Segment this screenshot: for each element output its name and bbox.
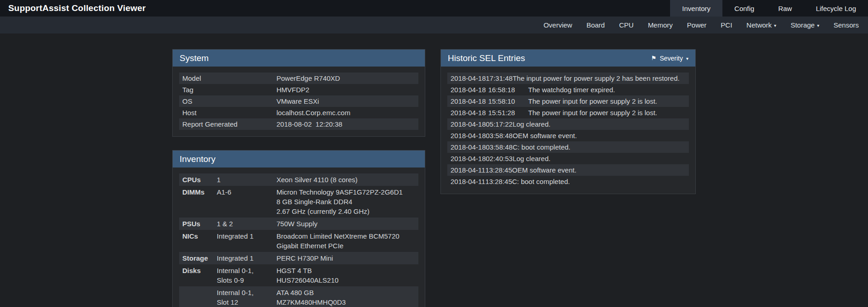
sel-entry-time: 05:17:22 [486, 119, 513, 129]
sel-entry: 2018-04-18 03:58:48 OEM software event. [447, 130, 689, 141]
sel-entry-critical: 2018-04-18 15:58:10 The power input for … [447, 95, 689, 107]
row-label: CPUs [182, 175, 217, 184]
subnav-sensors-label: Sensors [834, 21, 859, 29]
table-row: NICs Integrated 1 Broadcom Limited NetXt… [179, 230, 418, 252]
row-value: VMware ESXi [276, 96, 415, 106]
subnav-item-overview[interactable]: Overview [543, 21, 572, 29]
subnav-item-board[interactable]: Board [586, 21, 605, 29]
sel-list: 2018-04-18 17:31:48 The input power for … [441, 67, 695, 194]
tab-config[interactable]: Config [722, 0, 766, 17]
row-label: Model [182, 73, 276, 83]
right-column: Historic SEL Entries ⚑ Severity ▾ 2018-0… [440, 49, 696, 194]
subnav-item-network[interactable]: Network ▾ [746, 21, 776, 29]
row-label: Storage [182, 253, 217, 263]
sel-entry-critical: 2018-04-18 16:58:18 The watchdog timer e… [447, 84, 689, 95]
sel-entry-time: 13:28:45 [485, 165, 512, 175]
subnav-item-power[interactable]: Power [687, 21, 707, 29]
subnav-item-pci[interactable]: PCI [721, 21, 732, 29]
sel-entry-time: 02:40:53 [486, 154, 513, 163]
row-value: 2018-08-02 12:20:38 [276, 119, 415, 129]
subnav-power-label: Power [687, 21, 707, 29]
row-label: NICs [182, 231, 217, 251]
row-value: ATA 480 GB MZ7KM480HMHQ0D3 [276, 288, 415, 307]
sub-nav: Overview Board CPU Memory Power PCI Netw… [0, 17, 868, 33]
table-row: Model PowerEdge R740XD [179, 73, 418, 84]
sel-entry: 2018-04-18 17:31:48 The input power for … [447, 73, 689, 84]
tab-inventory[interactable]: Inventory [670, 0, 722, 17]
row-value: Micron Technology 9ASF1G72PZ-2G6D1 8 GB … [276, 187, 415, 216]
sel-entry-date: 2018-04-11 [451, 165, 485, 175]
row-value: Xeon Silver 4110 (8 cores) [276, 175, 415, 184]
subnav-item-storage[interactable]: Storage ▾ [790, 21, 819, 29]
inventory-panel: Inventory CPUs 1 Xeon Silver 4110 (8 cor… [172, 150, 425, 307]
sel-entry-date: 2018-04-18 [451, 73, 486, 83]
chevron-down-icon: ▾ [817, 23, 819, 28]
sel-entry-date: 2018-04-11 [451, 177, 485, 186]
panel-title: System [180, 53, 209, 63]
row-key: Integrated 1 [217, 231, 276, 251]
row-value: 750W Supply [276, 219, 415, 229]
system-table: Model PowerEdge R740XD Tag HMVFDP2 OS VM… [173, 67, 425, 136]
sel-entry: 2018-04-18 05:17:22 Log cleared. [447, 118, 689, 130]
sel-entry-date: 2018-04-18 [451, 154, 486, 163]
sel-entry-time: 16:58:18 [488, 85, 528, 95]
table-row: CPUs 1 Xeon Silver 4110 (8 cores) [179, 173, 418, 186]
sel-entry-time: 03:58:48 [486, 142, 513, 152]
row-label: DIMMs [182, 187, 217, 216]
table-row: Host localhost.Corp.emc.com [179, 107, 418, 118]
subnav-memory-label: Memory [648, 21, 673, 29]
sel-entry-message: The power input for power supply 2 is lo… [528, 96, 686, 106]
subnav-item-sensors[interactable]: Sensors [834, 21, 859, 29]
row-key: Integrated 1 [217, 253, 276, 263]
subnav-network-label: Network [746, 21, 772, 29]
row-value: HGST 4 TB HUS726040ALS210 [276, 266, 415, 285]
row-label: OS [182, 96, 276, 106]
sel-entry: 2018-04-18 02:40:53 Log cleared. [447, 153, 689, 164]
sel-entry-message: Log cleared. [513, 119, 551, 129]
sel-entry: 2018-04-11 13:28:45 C: boot completed. [447, 176, 689, 187]
sel-entry: 2018-04-18 03:58:48 C: boot completed. [447, 141, 689, 153]
row-value: Broadcom Limited NetXtreme BCM5720 Gigab… [276, 231, 415, 251]
row-key: Internal 0-1, Slots 0-9 [217, 266, 276, 285]
panel-title: Inventory [180, 154, 215, 164]
tab-raw[interactable]: Raw [766, 0, 804, 17]
severity-filter-button[interactable]: ⚑ Severity ▾ [651, 55, 688, 62]
system-panel: System Model PowerEdge R740XD Tag HMVFDP… [172, 49, 425, 137]
table-row: OS VMware ESXi [179, 95, 418, 107]
sel-entry-critical: 2018-04-18 15:51:28 The power input for … [447, 107, 689, 118]
subnav-cpu-label: CPU [619, 21, 634, 29]
sel-entry-message: OEM software event. [513, 131, 577, 140]
panel-title: Historic SEL Entries [448, 53, 525, 63]
row-key: 1 & 2 [217, 219, 276, 229]
row-label: Tag [182, 85, 276, 95]
sel-entry-time: 17:31:48 [486, 73, 513, 83]
row-label [182, 288, 217, 307]
subnav-item-cpu[interactable]: CPU [619, 21, 634, 29]
sel-entry-message: Log cleared. [513, 154, 551, 163]
table-row: Internal 0-1, Slot 12 ATA 480 GB MZ7KM48… [179, 286, 418, 307]
chevron-down-icon: ▾ [686, 56, 688, 61]
sel-entry-message: C: boot completed. [512, 177, 570, 186]
row-key: 1 [217, 175, 276, 184]
left-column: System Model PowerEdge R740XD Tag HMVFDP… [172, 49, 425, 307]
flag-icon: ⚑ [651, 55, 657, 61]
subnav-board-label: Board [586, 21, 605, 29]
sel-entry-date: 2018-04-18 [451, 85, 488, 95]
app-title: SupportAssist Collection Viewer [0, 3, 154, 13]
sel-entry-date: 2018-04-18 [451, 142, 486, 152]
subnav-overview-label: Overview [543, 21, 572, 29]
tab-lifecycle-log[interactable]: Lifecycle Log [804, 0, 868, 17]
sel-entry-time: 15:58:10 [488, 96, 528, 106]
row-value: PERC H730P Mini [276, 253, 415, 263]
sel-entry-time: 15:51:28 [488, 108, 528, 117]
table-row: Report Generated 2018-08-02 12:20:38 [179, 118, 418, 130]
row-label: Host [182, 108, 276, 117]
row-label: Report Generated [182, 119, 276, 129]
sel-entry-message: The input power for power supply 2 has b… [513, 73, 680, 83]
sel-entry: 2018-04-11 13:28:45 OEM software event. [447, 164, 689, 176]
subnav-item-memory[interactable]: Memory [648, 21, 673, 29]
sel-entry-message: C: boot completed. [513, 142, 570, 152]
row-label: Disks [182, 266, 217, 285]
table-row: DIMMs A1-6 Micron Technology 9ASF1G72PZ-… [179, 186, 418, 218]
row-value: HMVFDP2 [276, 85, 415, 95]
